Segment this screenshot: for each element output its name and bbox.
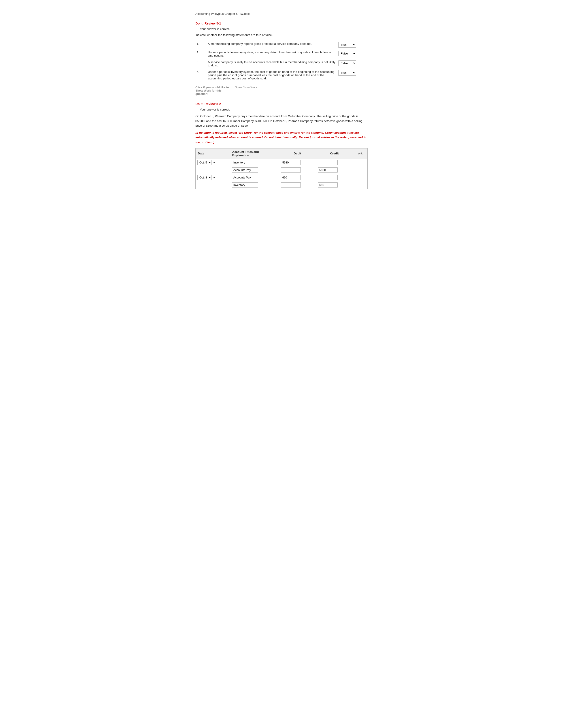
statement-row-2: 2. Under a periodic inventory system, a … [195, 49, 368, 59]
account-cell-2[interactable] [230, 166, 279, 174]
stmt-num-3: 3. [195, 59, 206, 69]
doc-title: Accounting Wileyplus Chapter 5 HW.docx [195, 12, 368, 15]
show-work-row: Click if you would like to Show Work for… [195, 86, 368, 96]
account-cell-4[interactable] [230, 181, 279, 189]
dropdown-arrow-3: ▼ [212, 176, 215, 179]
ork-cell-1 [353, 159, 368, 166]
credit-cell-4[interactable] [316, 181, 353, 189]
date-select-3[interactable]: Oct. 5 Oct. 8 [197, 175, 212, 180]
account-input-2[interactable] [232, 167, 258, 173]
statement-row-3: 3. A service company is likely to use ac… [195, 59, 368, 69]
account-cell-3[interactable] [230, 174, 279, 181]
stmt-select-3[interactable]: True False [339, 60, 356, 66]
account-input-3[interactable] [232, 175, 258, 180]
stmt-text-2: Under a periodic inventory system, a com… [206, 49, 337, 59]
credit-input-1[interactable] [318, 160, 338, 165]
stmt-text-4: Under a periodic inventory system, the c… [206, 69, 337, 82]
journal-table: Date Account Titles andExplanation Debit… [195, 148, 368, 189]
statement-row-4: 4. Under a periodic inventory system, th… [195, 69, 368, 82]
section1-instruction: Indicate whether the following statement… [195, 33, 368, 37]
date-cell-4 [195, 181, 230, 189]
account-cell-1[interactable] [230, 159, 279, 166]
ork-cell-2 [353, 166, 368, 174]
date-cell-1[interactable]: Oct. 5 Oct. 8 ▼ [195, 159, 230, 166]
debit-input-4[interactable] [281, 182, 301, 188]
stmt-select-2[interactable]: True False [339, 51, 356, 56]
stmt-text-1: A merchandising company reports gross pr… [206, 41, 337, 49]
section2-instruction: (If no entry is required, select "No Ent… [195, 130, 368, 145]
stmt-select-1[interactable]: True False [339, 42, 356, 48]
col-ork: ork [353, 148, 368, 159]
account-input-1[interactable] [232, 160, 258, 165]
credit-input-2[interactable] [318, 167, 338, 173]
stmt-select-4[interactable]: True False [339, 70, 356, 76]
journal-row-1: Oct. 5 Oct. 8 ▼ [195, 159, 368, 166]
date-cell-2 [195, 166, 230, 174]
show-work-link[interactable]: Open Show Work [235, 86, 257, 89]
debit-cell-1[interactable] [279, 159, 316, 166]
journal-row-4 [195, 181, 368, 189]
section2-correct: Your answer is correct. [200, 108, 368, 111]
credit-input-3[interactable] [318, 175, 338, 180]
ork-cell-4 [353, 181, 368, 189]
section2-description: On October 5, Pharoah Company buys merch… [195, 114, 368, 128]
stmt-answer-3[interactable]: True False [337, 59, 368, 69]
journal-row-3: Oct. 5 Oct. 8 ▼ [195, 174, 368, 181]
credit-input-4[interactable] [318, 182, 338, 188]
stmt-text-3: A service company is likely to use accou… [206, 59, 337, 69]
col-credit: Credit [316, 148, 353, 159]
date-select-1[interactable]: Oct. 5 Oct. 8 [197, 160, 212, 165]
date-cell-3[interactable]: Oct. 5 Oct. 8 ▼ [195, 174, 230, 181]
show-work-label: Click if you would like to Show Work for… [195, 86, 231, 96]
ork-cell-3 [353, 174, 368, 181]
debit-cell-2[interactable] [279, 166, 316, 174]
stmt-num-2: 2. [195, 49, 206, 59]
stmt-answer-2[interactable]: True False [337, 49, 368, 59]
stmt-num-1: 1. [195, 41, 206, 49]
stmt-num-4: 4. [195, 69, 206, 82]
credit-cell-1[interactable] [316, 159, 353, 166]
credit-cell-3[interactable] [316, 174, 353, 181]
stmt-answer-4[interactable]: True False [337, 69, 368, 82]
journal-header-row: Date Account Titles andExplanation Debit… [195, 148, 368, 159]
debit-cell-3[interactable] [279, 174, 316, 181]
statements-table: 1. A merchandising company reports gross… [195, 41, 368, 82]
debit-cell-4[interactable] [279, 181, 316, 189]
debit-input-1[interactable] [281, 160, 301, 165]
stmt-answer-1[interactable]: True False [337, 41, 368, 49]
debit-input-3[interactable] [281, 175, 301, 180]
debit-input-2[interactable] [281, 167, 301, 173]
top-border [195, 7, 368, 7]
account-input-4[interactable] [232, 182, 258, 188]
col-date: Date [195, 148, 230, 159]
section1-correct: Your answer is correct. [200, 27, 368, 31]
statement-row-1: 1. A merchandising company reports gross… [195, 41, 368, 49]
dropdown-arrow-1: ▼ [212, 161, 215, 164]
credit-cell-2[interactable] [316, 166, 353, 174]
section2-title: Do It! Review 5-2 [195, 102, 368, 106]
section1-title: Do It! Review 5-1 [195, 22, 368, 25]
col-account: Account Titles andExplanation [230, 148, 279, 159]
col-debit: Debit [279, 148, 316, 159]
journal-row-2 [195, 166, 368, 174]
